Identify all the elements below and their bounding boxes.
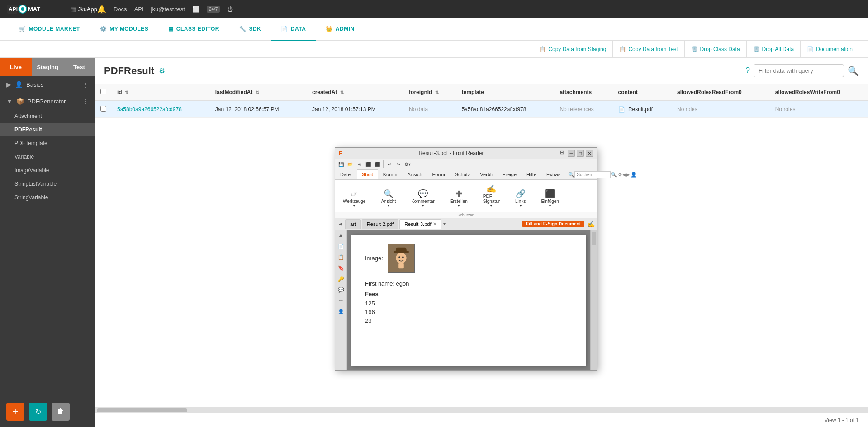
env-tab-test[interactable]: Test: [63, 58, 95, 76]
delete-button[interactable]: 🗑: [52, 403, 70, 421]
ribbon-user-icon[interactable]: 👤: [631, 172, 637, 178]
scrollbar-thumb[interactable]: [592, 232, 596, 245]
ribbon-search-btn[interactable]: 🔍: [611, 172, 617, 178]
ribbon-tab-ansich[interactable]: Ansich: [403, 169, 427, 179]
sidebar-item-pdftemplate[interactable]: PDFTemplate: [0, 136, 95, 150]
filter-input[interactable]: [754, 64, 844, 77]
ribbon-nav-prev[interactable]: ◀: [622, 172, 626, 178]
sort-icon-createdAt[interactable]: ⇅: [340, 90, 344, 95]
sidebar-item-stringvariable[interactable]: StringVariable: [0, 191, 95, 204]
doc-tab-result2[interactable]: Result-2.pdf: [362, 219, 398, 229]
sidebar-item-imagevariable[interactable]: ImageVariable: [0, 164, 95, 177]
copy-data-test-btn[interactable]: 📋 Copy Data from Test: [613, 41, 684, 58]
toolbar-icon-2[interactable]: 📂: [346, 160, 354, 168]
horizontal-scrollbar[interactable]: [95, 407, 868, 413]
settings-icon[interactable]: ⚙: [159, 66, 165, 75]
ribbon-search-input[interactable]: [574, 171, 611, 178]
ribbon-tab-schutz[interactable]: Schütz: [450, 169, 475, 179]
sidebar-item-stringlistvariable[interactable]: StringListVariable: [0, 177, 95, 191]
doc-tool-6[interactable]: ✏: [337, 296, 346, 305]
pdfgenerator-more-icon[interactable]: ⋮: [83, 98, 89, 105]
doc-scrollbar[interactable]: [590, 230, 597, 370]
fill-sign-button[interactable]: Fill and E-Sign Document: [522, 221, 584, 227]
row-checkbox-cell[interactable]: [95, 101, 112, 118]
doc-tab-result3[interactable]: Result-3.pdf ✕: [399, 219, 441, 229]
env-tab-live[interactable]: Live: [0, 58, 32, 76]
add-button[interactable]: +: [6, 403, 24, 421]
ribbon-btn-links[interactable]: 🔗 Links ▾: [511, 187, 530, 210]
maximize-button[interactable]: □: [577, 150, 584, 157]
help-icon[interactable]: ?: [745, 66, 750, 75]
doc-tab-close-result3[interactable]: ✕: [433, 221, 436, 226]
screen-icon[interactable]: ⬜: [192, 6, 199, 13]
basics-more-icon[interactable]: ⋮: [83, 81, 89, 88]
nav-my-modules[interactable]: ⚙️ MY MODULES: [90, 18, 159, 41]
doc-tool-2[interactable]: 📋: [337, 253, 346, 262]
docs-link[interactable]: Docs: [114, 6, 127, 13]
sidebar-section-basics-header[interactable]: ▶ 👤 Basics ⋮: [0, 76, 95, 93]
toolbar-icon-4[interactable]: ⬛: [364, 160, 372, 168]
toolbar-icon-5[interactable]: ⬛: [373, 160, 381, 168]
ribbon-btn-ansicht[interactable]: 🔍 Ansicht ▾: [377, 187, 400, 210]
sidebar-item-variable[interactable]: Variable: [0, 150, 95, 164]
doc-tab-art[interactable]: art: [345, 219, 361, 229]
sidebar-item-attachment[interactable]: Attachment: [0, 109, 95, 123]
ribbon-btn-pdfsignatur[interactable]: ✍ PDF-Signatur ▾: [479, 182, 504, 210]
copy-data-staging-btn[interactable]: 📋 Copy Data from Staging: [533, 41, 613, 58]
ribbon-btn-erstellen[interactable]: ✚ Erstellen ▾: [446, 187, 472, 210]
toolbar-icon-3[interactable]: 🖨: [355, 160, 363, 168]
ribbon-nav-next[interactable]: ▶: [626, 172, 630, 178]
search-button[interactable]: 🔍: [848, 66, 859, 76]
doc-tabs-dropdown[interactable]: ▾: [443, 221, 446, 226]
drop-all-data-btn[interactable]: 🗑️ Drop All Data: [747, 41, 801, 58]
env-tab-staging[interactable]: Staging: [32, 58, 63, 76]
toolbar-extra-icon[interactable]: ⚙▾: [403, 160, 412, 168]
select-all-checkbox[interactable]: [100, 89, 106, 94]
nav-module-market[interactable]: 🛒 MODULE MARKET: [9, 18, 90, 41]
ribbon-tab-datei[interactable]: Datei: [335, 169, 357, 179]
ribbon-tab-freige[interactable]: Freige: [498, 169, 522, 179]
refresh-button[interactable]: ↻: [29, 403, 47, 421]
ribbon-btn-kommentar[interactable]: 💬 Kommentar ▾: [407, 187, 439, 210]
sidebar-section-pdfgenerator-header[interactable]: ▼ 📦 PDFGenerator ⋮: [0, 93, 95, 109]
sidebar-item-pdfresult[interactable]: PDFResult: [0, 123, 95, 136]
power-icon[interactable]: ⏻: [227, 6, 233, 13]
drop-class-data-btn[interactable]: 🗑️ Drop Class Data: [685, 41, 747, 58]
doc-tool-5[interactable]: 💬: [337, 285, 346, 294]
doc-tool-7[interactable]: 👤: [337, 307, 346, 316]
sort-icon-foreignId[interactable]: ⇅: [435, 90, 439, 95]
select-all-checkbox-header[interactable]: [95, 84, 112, 101]
ribbon-tab-hilfe[interactable]: Hilfe: [522, 169, 541, 179]
redo-icon[interactable]: ↪: [394, 160, 403, 168]
close-button[interactable]: ✕: [586, 150, 593, 157]
ribbon-tab-start[interactable]: Start: [357, 169, 378, 179]
ribbon-tab-formi[interactable]: Formi: [427, 169, 450, 179]
nav-admin[interactable]: 👑 ADMIN: [316, 18, 364, 41]
doc-tool-3[interactable]: 🔖: [337, 263, 346, 272]
sort-icon-id[interactable]: ⇅: [125, 90, 128, 95]
scrollbar-track[interactable]: [97, 408, 187, 412]
documentation-btn[interactable]: 📄 Documentation: [801, 41, 859, 58]
nav-sdk[interactable]: 🔧 SDK: [229, 18, 271, 41]
nav-class-editor[interactable]: ▤ CLASS EDITOR: [158, 18, 229, 41]
ribbon-tab-extras[interactable]: Extras: [541, 169, 565, 179]
ribbon-tab-verbli[interactable]: Verbli: [475, 169, 498, 179]
toolbar-icon-1[interactable]: 💾: [337, 160, 345, 168]
doc-tool-4[interactable]: 🔑: [337, 274, 346, 283]
ribbon-tab-komm[interactable]: Komm: [378, 169, 403, 179]
sort-icon-lastModifiedAt[interactable]: ⇅: [256, 90, 259, 95]
scroll-up-icon[interactable]: ▲: [338, 232, 344, 238]
ribbon-btn-werkzeuge[interactable]: ☞ Werkzeuge ▾: [339, 187, 370, 210]
undo-icon[interactable]: ↩: [385, 160, 394, 168]
grid-view-icon[interactable]: ⊞: [560, 150, 564, 157]
api-link[interactable]: API: [134, 6, 144, 13]
ribbon-settings-icon[interactable]: ⚙: [618, 172, 622, 178]
row-checkbox[interactable]: [100, 106, 106, 112]
doc-tabs-prev[interactable]: ◀: [337, 221, 344, 226]
minimize-button[interactable]: ─: [568, 150, 575, 157]
table-row[interactable]: 5a58b0a9a266522afcd978 Jan 12, 2018 02:5…: [95, 101, 868, 118]
nav-data[interactable]: 📄 DATA: [271, 18, 316, 41]
ribbon-btn-einfuegen[interactable]: ⬛ Einfügen ▾: [537, 187, 563, 210]
fill-sign-icon[interactable]: ✍: [587, 221, 595, 228]
notification-icon[interactable]: 🔔: [97, 5, 106, 14]
